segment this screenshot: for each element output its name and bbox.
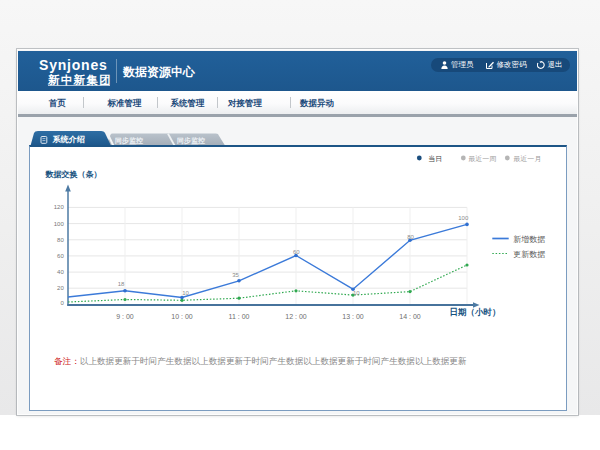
svg-text:80: 80 xyxy=(57,237,64,243)
svg-text:日期（小时）: 日期（小时） xyxy=(450,307,501,317)
svg-text:35: 35 xyxy=(232,272,239,278)
svg-text:9 : 00: 9 : 00 xyxy=(116,313,134,320)
svg-text:18: 18 xyxy=(118,281,125,287)
svg-text:20: 20 xyxy=(57,285,64,291)
svg-text:10: 10 xyxy=(353,290,360,296)
svg-text:当日: 当日 xyxy=(428,155,442,163)
svg-text:0: 0 xyxy=(60,300,64,306)
svg-text:40: 40 xyxy=(57,269,64,275)
svg-text:13 : 00: 13 : 00 xyxy=(342,313,364,320)
svg-text:100: 100 xyxy=(54,221,65,227)
svg-text:120: 120 xyxy=(54,204,65,210)
svg-text:新增数据: 新增数据 xyxy=(513,235,545,244)
svg-text:60: 60 xyxy=(57,253,64,259)
svg-text:备注：以上数据更新于时间产生数据以上数据更新于时间产生数据以: 备注：以上数据更新于时间产生数据以上数据更新于时间产生数据以上数据更新于时间产生… xyxy=(54,356,467,366)
svg-text:100: 100 xyxy=(458,215,469,221)
svg-text:60: 60 xyxy=(293,249,300,255)
svg-text:10 : 00: 10 : 00 xyxy=(171,313,193,320)
svg-text:数据交换（条）: 数据交换（条） xyxy=(45,170,102,179)
svg-text:14 : 00: 14 : 00 xyxy=(399,313,421,320)
svg-text:更新数据: 更新数据 xyxy=(513,250,545,259)
svg-text:最近一周: 最近一周 xyxy=(468,155,496,162)
svg-text:12 : 00: 12 : 00 xyxy=(285,313,307,320)
svg-text:11 : 00: 11 : 00 xyxy=(229,313,250,320)
svg-text:最近一月: 最近一月 xyxy=(513,155,541,163)
svg-text:10: 10 xyxy=(182,290,189,296)
svg-text:80: 80 xyxy=(407,234,414,240)
